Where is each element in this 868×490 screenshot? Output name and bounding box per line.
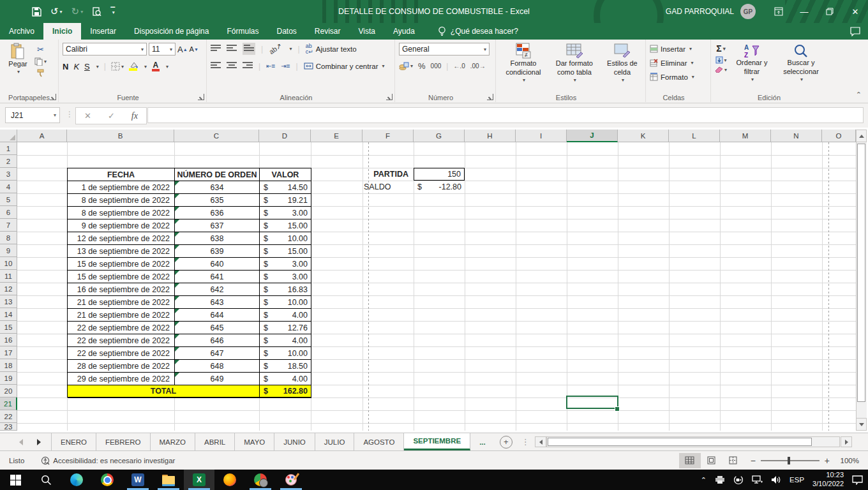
sheet-tab-agosto[interactable]: AGOSTO (354, 433, 404, 450)
ribbon-tab-datos[interactable]: Datos (267, 23, 305, 40)
increase-indent-icon[interactable]: ⇥≡ (281, 63, 290, 70)
sheet-tab-junio[interactable]: JUNIO (274, 433, 315, 450)
collapse-ribbon-icon[interactable]: ⌃ (856, 91, 862, 99)
accessibility-checker[interactable]: Accesibilidad: es necesario investigar (41, 456, 175, 465)
fill-color-icon[interactable] (129, 62, 138, 71)
column-header-L[interactable]: L (669, 130, 720, 142)
align-middle-icon[interactable] (227, 44, 237, 54)
table-row-valor[interactable]: $3.00 (260, 271, 311, 283)
column-header-C[interactable]: C (174, 130, 259, 142)
ribbon-tab-inicio[interactable]: Inicio (43, 23, 81, 40)
sheet-tab-septiembre[interactable]: SEPTIEMBRE (404, 433, 470, 450)
table-row-orden[interactable]: 644 (175, 309, 260, 322)
sheet-tab-mayo[interactable]: MAYO (235, 433, 274, 450)
align-center-icon[interactable] (227, 61, 237, 71)
table-header-cell[interactable]: NÚMERO DE ORDEN (175, 168, 260, 181)
delete-cells-button[interactable]: Eliminar▾ (650, 57, 708, 69)
ribbon-tab-vista[interactable]: Vista (350, 23, 384, 40)
action-center-icon[interactable] (852, 475, 863, 485)
row-header-18[interactable]: 18 (0, 359, 17, 372)
sheet-tab-febrero[interactable]: FEBRERO (96, 433, 151, 450)
hscroll-left-button[interactable] (535, 436, 546, 447)
undo-caret-icon[interactable]: ▾ (60, 9, 63, 15)
fuel-consumption-table[interactable]: FECHANÚMERO DE ORDENVALOR1 de septiembre… (67, 168, 311, 397)
avatar[interactable]: GP (740, 4, 756, 19)
table-row-valor[interactable]: $15.00 (260, 219, 311, 232)
number-format-combo[interactable]: General▾ (399, 43, 490, 56)
table-header-cell[interactable]: FECHA (68, 168, 175, 181)
ribbon-tab-insertar[interactable]: Insertar (81, 23, 125, 40)
table-row-orden[interactable]: 648 (175, 360, 260, 373)
table-row-orden[interactable]: 642 (175, 283, 260, 296)
row-header-16[interactable]: 16 (0, 334, 17, 346)
column-header-J[interactable]: J (567, 130, 618, 142)
align-bottom-icon[interactable] (243, 43, 255, 55)
scroll-up-button[interactable] (856, 130, 867, 142)
table-row-fecha[interactable]: 8 de septiembre de 2022 (68, 194, 175, 207)
column-header-N[interactable]: N (771, 130, 822, 142)
cut-icon[interactable]: ✂ (34, 45, 47, 54)
row-header-4[interactable]: 4 (0, 181, 17, 193)
column-header-E[interactable]: E (311, 130, 363, 142)
comma-style-icon[interactable]: 000 (431, 63, 442, 70)
column-header-B[interactable]: B (67, 130, 174, 142)
font-dialog-launcher[interactable] (198, 94, 204, 100)
number-dialog-launcher[interactable] (487, 94, 493, 100)
clock[interactable]: 10:23 3/10/2022 (812, 471, 844, 489)
hscroll-right-button[interactable] (841, 436, 852, 447)
table-row-valor[interactable]: $3.00 (260, 258, 311, 271)
format-cells-button[interactable]: Formato▾ (650, 71, 708, 83)
paste-button[interactable]: Pegar ▾ (4, 43, 32, 77)
row-header-2[interactable]: 2 (0, 155, 17, 168)
undo-button[interactable]: ↺▾ (50, 6, 63, 17)
table-row-fecha[interactable]: 22 de septiembre de 2022 (68, 347, 175, 360)
saldo-label-cell[interactable]: SALDO (364, 181, 414, 193)
increase-decimal-icon[interactable]: ←.0 (453, 63, 465, 70)
zoom-slider-thumb[interactable] (788, 457, 790, 464)
increase-font-icon[interactable]: A▲ (177, 45, 188, 54)
borders-icon[interactable]: ▾ (111, 62, 124, 71)
table-header-cell[interactable]: VALOR (260, 168, 311, 181)
column-header-O[interactable]: O (822, 130, 856, 142)
row-header-8[interactable]: 8 (0, 232, 17, 244)
clear-icon[interactable]: ▾ (715, 66, 727, 73)
table-row-orden[interactable]: 637 (175, 219, 260, 232)
page-break-view-button[interactable] (722, 453, 744, 468)
table-total-value[interactable]: $162.80 (260, 385, 311, 398)
zoom-slider[interactable] (761, 460, 819, 461)
merge-center-button[interactable]: Combinar y centrar▾ (304, 60, 385, 72)
taskbar-file-explorer-button[interactable] (153, 470, 184, 490)
horizontal-scrollbar-thumb[interactable] (548, 438, 812, 446)
italic-button[interactable]: K (73, 62, 79, 71)
wrap-text-button[interactable]: abc↵ Ajustar texto (306, 43, 357, 55)
row-header-19[interactable]: 19 (0, 372, 17, 385)
selected-cell-J21[interactable] (566, 396, 618, 409)
row-header-7[interactable]: 7 (0, 219, 17, 232)
table-row-orden[interactable]: 641 (175, 271, 260, 283)
table-row-valor[interactable]: $15.00 (260, 245, 311, 258)
autosum-icon[interactable]: Σ▾ (715, 43, 727, 54)
taskbar-firefox-button[interactable] (214, 470, 245, 490)
ribbon-tab-disposici-n-de-p-gina[interactable]: Disposición de página (125, 23, 218, 40)
bold-button[interactable]: N (63, 62, 68, 71)
row-header-6[interactable]: 6 (0, 206, 17, 219)
table-row-fecha[interactable]: 9 de septiembre de 2022 (68, 219, 175, 232)
table-row-orden[interactable]: 635 (175, 194, 260, 207)
table-row-valor[interactable]: $4.00 (260, 309, 311, 322)
sheet-tab-overflow[interactable]: ... (470, 433, 495, 450)
ribbon-tab-archivo[interactable]: Archivo (0, 23, 43, 40)
row-header-22[interactable]: 22 (0, 410, 17, 423)
conditional-formatting-button[interactable]: ≠ Formato condicional▾ (500, 43, 547, 92)
table-row-fecha[interactable]: 15 de septiembre de 2022 (68, 271, 175, 283)
scroll-down-button[interactable] (856, 418, 867, 431)
ribbon-tab-revisar[interactable]: Revisar (306, 23, 350, 40)
taskbar-excel-button[interactable]: X (184, 470, 214, 490)
copy-icon[interactable]: ▾ (34, 57, 47, 66)
row-header-12[interactable]: 12 (0, 283, 17, 295)
printer-icon[interactable] (715, 475, 725, 484)
saldo-value-cell[interactable]: $ -12.80 (414, 181, 465, 193)
page-layout-view-button[interactable] (701, 453, 722, 468)
decrease-font-icon[interactable]: A▼ (190, 45, 198, 53)
taskbar-word-button[interactable]: W (123, 470, 153, 490)
table-row-fecha[interactable]: 13 de septiembre de 2022 (68, 245, 175, 258)
